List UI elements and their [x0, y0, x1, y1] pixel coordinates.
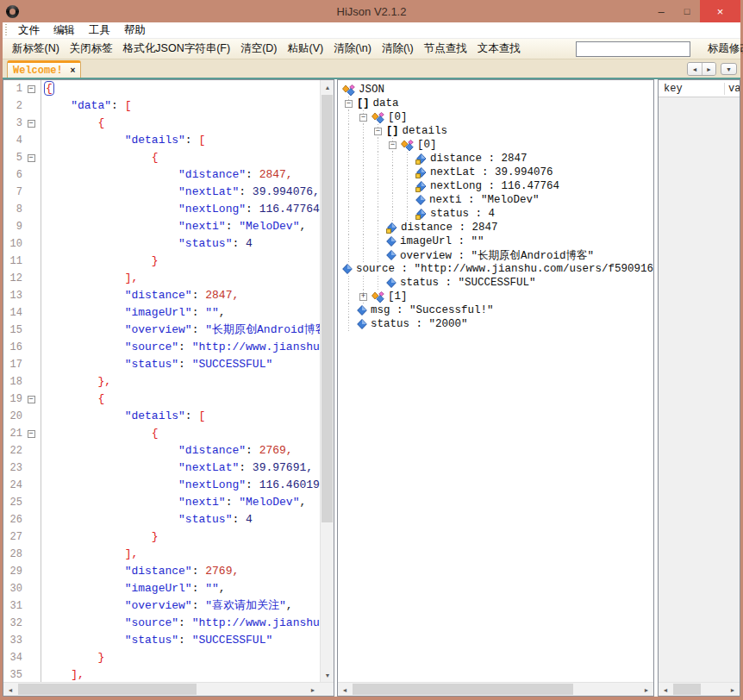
format-json-button[interactable]: 格式化JSON字符串(F): [118, 41, 235, 56]
title-edit-button[interactable]: 标题修改: [702, 41, 743, 56]
editor-vertical-scrollbar[interactable]: ▲ ▼: [320, 80, 334, 682]
clear-button[interactable]: 清空(D): [235, 41, 282, 56]
code-line[interactable]: "overview": "喜欢请加关注",: [44, 597, 320, 615]
code-line[interactable]: "source": "http://www.jianshu.com/users/…: [44, 339, 320, 356]
scroll-left-icon[interactable]: ◄: [3, 683, 17, 697]
code-line[interactable]: "details": [: [44, 408, 320, 425]
fold-toggle[interactable]: −: [28, 120, 35, 128]
code-line[interactable]: "nextLat": 39.994076,: [44, 184, 320, 201]
code-line[interactable]: ],: [44, 666, 320, 682]
tab-scroll-left-button[interactable]: ◄: [688, 63, 702, 75]
code-line[interactable]: {: [44, 115, 320, 132]
scroll-right-icon[interactable]: ►: [726, 683, 740, 697]
menu-help[interactable]: 帮助: [117, 23, 153, 38]
code-line[interactable]: "status": 4: [44, 235, 320, 253]
tree-row[interactable]: status : "2000": [341, 317, 653, 331]
tree-row[interactable]: −[]details: [341, 124, 653, 138]
tree-row[interactable]: nextLong : 116.47764: [341, 179, 653, 193]
code-line[interactable]: }: [44, 528, 320, 546]
code-line[interactable]: {: [44, 80, 320, 97]
tree-row[interactable]: −[]data: [341, 97, 653, 110]
close-button[interactable]: ×: [700, 0, 740, 22]
scroll-down-icon[interactable]: ▼: [321, 668, 334, 682]
code-line[interactable]: "distance": 2847,: [44, 287, 320, 304]
node-search-button[interactable]: 节点查找: [419, 41, 472, 56]
code-line[interactable]: "imageUrl": "",: [44, 304, 320, 322]
tree-row[interactable]: status : 4: [341, 207, 653, 221]
scroll-right-icon[interactable]: ►: [306, 683, 320, 697]
scroll-left-icon[interactable]: ◄: [338, 683, 352, 697]
code-line[interactable]: "overview": "长期原创Android博客",: [44, 322, 320, 339]
tree-row[interactable]: JSON: [341, 83, 653, 97]
code-line[interactable]: "nexti": "MeloDev",: [44, 494, 320, 511]
tree-row[interactable]: imageUrl : "": [341, 234, 653, 248]
code-line[interactable]: "status": "SUCCESSFUL": [44, 356, 320, 373]
tab-close-icon[interactable]: ×: [71, 66, 76, 75]
code-line[interactable]: "data": [: [44, 97, 320, 115]
collapse-icon[interactable]: −: [389, 141, 396, 149]
tree-row[interactable]: overview : "长期原创Android博客": [341, 248, 653, 262]
fold-toggle[interactable]: −: [28, 430, 35, 438]
menu-edit[interactable]: 编辑: [47, 23, 82, 38]
code-line[interactable]: "distance": 2769,: [44, 563, 320, 580]
menu-grip[interactable]: [4, 24, 9, 36]
code-line[interactable]: "details": [: [44, 132, 320, 149]
code-line[interactable]: "distance": 2769,: [44, 442, 320, 459]
editor-vscroll-thumb[interactable]: [322, 95, 333, 522]
code-line[interactable]: "nexti": "MeloDev",: [44, 218, 320, 235]
maximize-button[interactable]: □: [674, 0, 700, 22]
scroll-up-icon[interactable]: ▲: [321, 80, 334, 94]
code-line[interactable]: "nextLat": 39.97691,: [44, 459, 320, 477]
code-line[interactable]: {: [44, 149, 320, 166]
tree-row[interactable]: status : "SUCCESSFUL": [341, 276, 653, 290]
paste-button[interactable]: 粘贴(V): [283, 41, 329, 56]
tree-row[interactable]: distance : 2847: [341, 152, 653, 166]
code-line[interactable]: ],: [44, 270, 320, 287]
editor-hscroll-thumb[interactable]: [18, 684, 197, 695]
code-line[interactable]: ],: [44, 546, 320, 563]
search-input[interactable]: [576, 41, 690, 57]
editor-horizontal-scrollbar[interactable]: ◄ ►: [3, 682, 334, 696]
code-line[interactable]: "source": "http://www.jianshu.com/users/…: [44, 615, 320, 632]
tree-row[interactable]: source : "http://www.jianshu.com/users/f…: [341, 262, 653, 276]
kv-hscroll-thumb[interactable]: [673, 684, 701, 695]
collapse-icon[interactable]: −: [345, 100, 353, 108]
tree-horizontal-scrollbar[interactable]: ◄ ►: [338, 682, 653, 696]
scroll-left-icon[interactable]: ◄: [659, 683, 672, 697]
code-line[interactable]: }: [44, 253, 320, 270]
strip-backslash-button[interactable]: 清除(\): [377, 41, 419, 56]
tree-row[interactable]: +[1]: [341, 290, 653, 303]
strip-newline-button[interactable]: 清除(\n): [328, 41, 377, 56]
tree-row[interactable]: nexti : "MeloDev": [341, 193, 653, 207]
menu-file[interactable]: 文件: [11, 23, 47, 38]
editor-code[interactable]: { "data": [ { "details": [ { "distance":…: [41, 80, 320, 682]
new-tab-button[interactable]: 新标签(N): [7, 41, 65, 56]
expand-icon[interactable]: +: [359, 293, 367, 301]
tree-row[interactable]: −[0]: [341, 138, 653, 152]
code-line[interactable]: "status": 4: [44, 511, 320, 528]
tab-scroll-right-button[interactable]: ►: [702, 63, 715, 75]
tab-welcome[interactable]: Welcome! ×: [7, 60, 81, 78]
collapse-icon[interactable]: −: [359, 114, 367, 122]
code-line[interactable]: {: [44, 391, 320, 408]
kv-horizontal-scrollbar[interactable]: ◄ ►: [659, 682, 740, 696]
collapse-icon[interactable]: −: [374, 128, 382, 135]
tree-body[interactable]: JSON−[]data−[0]−[]details−[0]distance : …: [338, 80, 653, 682]
code-line[interactable]: },: [44, 373, 320, 391]
scroll-right-icon[interactable]: ►: [640, 683, 653, 697]
close-tab-button[interactable]: 关闭标签: [65, 41, 118, 56]
tree-row[interactable]: −[0]: [341, 110, 653, 124]
code-line[interactable]: "nextLong": 116.47764,: [44, 201, 320, 218]
menu-tools[interactable]: 工具: [82, 23, 117, 38]
code-line[interactable]: "status": "SUCCESSFUL": [44, 632, 320, 649]
tree-hscroll-thumb[interactable]: [353, 684, 573, 695]
fold-toggle[interactable]: −: [28, 396, 35, 403]
code-line[interactable]: "nextLong": 116.46019,: [44, 477, 320, 494]
minimize-button[interactable]: –: [648, 0, 674, 22]
code-line[interactable]: {: [44, 425, 320, 442]
code-line[interactable]: "distance": 2847,: [44, 166, 320, 184]
fold-toggle[interactable]: −: [28, 85, 35, 93]
text-search-button[interactable]: 文本查找: [472, 41, 526, 56]
tree-row[interactable]: nextLat : 39.994076: [341, 166, 653, 179]
fold-toggle[interactable]: −: [28, 154, 35, 162]
